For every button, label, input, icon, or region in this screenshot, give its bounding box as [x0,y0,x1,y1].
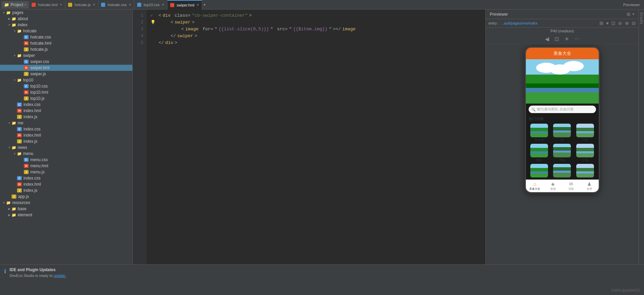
phone-swiper [526,59,599,104]
code-line-3: <image for="{{list.slice(0,5)}}" src="{{… [150,26,481,33]
flip-icon[interactable]: ⊡ [554,36,559,42]
tree-item-label: swiper.js [30,72,46,76]
tree-menu[interactable]: ▾ 📁 menu [0,151,132,157]
tree-menu-css[interactable]: C menu.css [0,157,132,163]
tree-top10-css[interactable]: C top10.css [0,83,132,89]
tab-overflow[interactable]: ▾ [202,2,207,7]
tree-me-css[interactable]: C index.css [0,126,132,132]
tree-swiper-js[interactable]: J swiper.js [0,71,132,77]
js-file-icon: J [24,96,29,100]
grid-item-7[interactable] [529,164,550,178]
update-text: DevEco Studio is ready to update. [10,274,608,278]
tree-hotcate-js[interactable]: J hotcate.js [0,46,132,52]
tree-menu-hml[interactable]: H menu.hml [0,163,132,169]
code-line-5: </div> [150,40,481,46]
project-tab[interactable]: 📁 Project ▾ [1,1,29,9]
tree-me[interactable]: ▾ 📁 me [0,120,132,126]
tree-resources[interactable]: ▾ 📁 resources [0,200,132,206]
fit-icon[interactable]: ⊡ [611,20,615,26]
tree-app-js[interactable]: J app.js [0,193,132,200]
back-icon[interactable]: ◀ [545,36,549,42]
tree-news[interactable]: ▾ 📁 news [0,144,132,151]
tree-hotcate[interactable]: ▾ 📁 hotcate [0,28,132,34]
tree-me-js[interactable]: J index.js [0,138,132,144]
split-icon[interactable]: ⊟ [632,20,636,26]
nav-item-discover[interactable]: ◈ 发现 [544,181,562,191]
phone-search[interactable]: 🔍 搜/九寨沟景区, 比如川菜 [529,106,596,113]
grid-item-2[interactable]: 汤 [551,124,573,142]
code-editor[interactable]: 1 2 3 4 5 ✓ <div class="cb-swiper-contai… [133,10,485,264]
tree-pages[interactable]: ▾ 📁 pages [0,10,132,16]
tree-news-js[interactable]: J index.js [0,187,132,193]
tree-element[interactable]: ▶ 📁 element [0,212,132,218]
grid-item-1[interactable]: 家常菜 [529,124,550,142]
close-icon[interactable]: ✕ [196,3,199,7]
tab-hotcate-css[interactable]: hotcate.css ✕ [98,0,134,10]
expand-arrow: ▶ [7,17,12,20]
grid-item-3[interactable]: 川菜 [574,124,596,142]
file-tree: ▾ 📁 pages ▶ 📁 about ▾ 📁 index ▾ 📁 hotcat… [0,10,133,264]
gradle-panel[interactable]: Gradle [639,10,644,264]
tree-base[interactable]: ▶ 📁 base [0,206,132,212]
nav-label-home: 美食大全 [529,187,540,191]
grid-item-9[interactable] [574,164,596,178]
tree-index-hml[interactable]: H index.hml [0,108,132,114]
expand-arrow: ▾ [7,121,12,125]
tree-hotcate-hml[interactable]: H hotcate.hml [0,40,132,46]
expand-arrow: ▶ [7,213,12,217]
tree-swiper-hml[interactable]: H swiper.hml [0,65,132,71]
tree-top10-js[interactable]: J top10.js [0,95,132,102]
tree-top10[interactable]: ▾ 📁 top10 [0,77,132,83]
tab-label: top10.css [144,3,160,7]
tree-swiper[interactable]: ▾ 📁 swiper [0,52,132,59]
chevron-down-icon[interactable]: ▾ [606,20,609,26]
tree-item-label: index.js [23,114,37,119]
grid-item-4[interactable]: 粤菜 [529,144,550,162]
nav-item-home[interactable]: ⌂ 美食大全 [526,181,544,191]
tree-index-js[interactable]: J index.js [0,114,132,120]
grid-item-6[interactable]: 火锅 [574,144,596,162]
grid-view-icon[interactable]: ⊞ [599,20,603,26]
nav-label-discover: 发现 [550,187,556,191]
zoom-in-icon[interactable]: ⊕ [625,20,629,26]
grid-item-5[interactable]: 串锅 [551,144,573,162]
tab-hotcate-hml[interactable]: hotcate.hml ✕ [29,0,65,10]
previewer-label: Previewer [623,3,640,7]
tree-swiper-css[interactable]: C swiper.css [0,59,132,65]
bottom-section: ℹ IDE and Plugin Updates DevEco Studio i… [0,264,644,295]
previewer-header: Previewer ⊞ ▾ [486,10,639,19]
nav-item-friend[interactable]: ♟ 友邻 [580,181,599,191]
tree-about[interactable]: ▶ 📁 about [0,16,132,22]
close-icon[interactable]: ✕ [162,3,164,6]
tab-top10-css[interactable]: top10.css ✕ [134,0,167,10]
tree-top10-hml[interactable]: H top10.hml [0,89,132,95]
close-icon[interactable]: ✕ [129,3,131,6]
close-icon[interactable]: ✕ [93,3,95,6]
tree-hotcate-css[interactable]: C hotcate.css [0,34,132,40]
update-text-static: DevEco Studio is ready to [10,274,54,278]
entry-path[interactable]: ...ault/pages/me/index [501,21,597,25]
tree-index[interactable]: ▾ 📁 index [0,22,132,28]
grid-item-8[interactable] [551,164,573,178]
resize-icon[interactable]: ⊞ [627,12,630,17]
nav-item-message[interactable]: ✉ 消息 [562,181,581,191]
tree-me-hml[interactable]: H index.hml [0,132,132,138]
tab-hotcate-js[interactable]: hotcate.js ✕ [65,0,98,10]
phone-container: 美食大全 🔍 搜/九寨沟景区, 比如川菜 热门分类 [486,44,639,264]
message-icon: ✉ [569,181,573,187]
expand-arrow: ▾ [1,201,6,204]
close-icon[interactable]: ✕ [60,3,62,6]
tab-swiper-hml[interactable]: swiper.hml ✕ [167,0,202,10]
tree-news-hml[interactable]: H index.hml [0,181,132,187]
code-lines[interactable]: ✓ <div class="cb-swiper-container"> 💡 <s… [146,10,485,264]
tree-news-css[interactable]: C index.css [0,175,132,181]
more-icon[interactable]: ··· [575,36,579,42]
grid-image-8 [553,164,571,177]
update-link[interactable]: update. [54,274,66,278]
chevron-down-icon[interactable]: ▾ [632,12,634,16]
tree-index-css[interactable]: C index.css [0,102,132,108]
tree-menu-js[interactable]: J menu.js [0,169,132,175]
zoom-out-icon[interactable]: ⊖ [618,20,622,26]
sun-icon[interactable]: ☀ [564,36,569,42]
main-content: ▾ 📁 pages ▶ 📁 about ▾ 📁 index ▾ 📁 hotcat… [0,10,644,264]
